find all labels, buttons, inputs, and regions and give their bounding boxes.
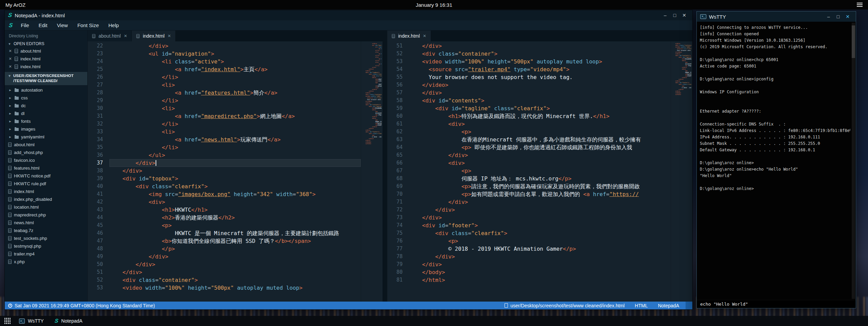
- minimap[interactable]: </div> <div class="container"> <video wi…: [671, 41, 692, 302]
- line-number: 36: [88, 151, 103, 159]
- tree-item-folder[interactable]: ▸dl: [5, 110, 87, 117]
- close-icon[interactable]: ✕: [167, 34, 171, 38]
- code-line: <img src="images/box.png" height="342" w…: [109, 190, 361, 198]
- terminal-line: (c) 2019 Microsoft Corporation. All righ…: [700, 44, 850, 50]
- file-icon: [15, 57, 18, 61]
- file-icon: [8, 228, 12, 233]
- code-line: <div id="footer">: [409, 222, 671, 229]
- menu-file[interactable]: File: [16, 22, 34, 28]
- entry-name: location.html: [14, 205, 39, 210]
- tree-item-folder[interactable]: ▸css: [5, 94, 87, 102]
- tree-item-file[interactable]: index.html: [5, 188, 87, 195]
- tree-item-file[interactable]: favicon.ico: [5, 156, 87, 164]
- file-icon: [8, 189, 12, 194]
- tree-item-file[interactable]: HKWTC notice.pdf: [5, 172, 87, 180]
- tree-item-folder[interactable]: ▸images: [5, 125, 87, 133]
- close-icon[interactable]: ✕: [423, 34, 426, 38]
- tree-item-folder[interactable]: ▸autostation: [5, 86, 87, 94]
- code-line: </div>: [409, 253, 671, 261]
- terminal-line: IPv4 Address. . . . . . . . . . . : 192.…: [700, 134, 850, 140]
- close-button[interactable]: ✕: [843, 14, 852, 19]
- close-button[interactable]: ✕: [679, 13, 689, 18]
- tree-item-file[interactable]: add_vhost.php: [5, 149, 87, 156]
- minimap[interactable]: </div> <ul id="navigation"> <li class="a…: [361, 41, 383, 302]
- menu-font-size[interactable]: Font Size: [73, 22, 104, 28]
- menu-help[interactable]: Help: [104, 22, 124, 28]
- line-number: 76: [387, 237, 403, 245]
- code-line: <a href="mapredirect.php">網上地圖</a>: [109, 112, 361, 120]
- tree-item-file[interactable]: location.html: [5, 203, 87, 211]
- tree-item-file[interactable]: features.html: [5, 164, 87, 172]
- open-editor-item[interactable]: ✕about.html: [5, 47, 87, 55]
- tree-root-header[interactable]: ▾ USER:/DESKTOP/SCREENSHOT /TEST/WWW CLE…: [5, 72, 87, 85]
- taskbar-item-wstty[interactable]: >_WsTTY: [14, 316, 49, 326]
- terminal-scrollbar[interactable]: [852, 23, 855, 299]
- tree-item-file[interactable]: about.html: [5, 141, 87, 149]
- menu-edit[interactable]: Edit: [34, 22, 52, 28]
- code-editor[interactable]: </div> <ul id="navigation"> <li class="a…: [107, 41, 361, 302]
- code-line: </div>: [409, 214, 671, 222]
- line-number-gutter: 2223242526272829303132333435363738394041…: [88, 41, 107, 302]
- code-editor[interactable]: </div> <div class="container"> <video wi…: [407, 41, 671, 302]
- close-icon[interactable]: ✕: [124, 34, 127, 38]
- terminal-line: "Hello World": [700, 173, 850, 179]
- maximize-button[interactable]: □: [833, 14, 843, 19]
- open-editor-item[interactable]: ✕index.html: [5, 55, 87, 63]
- open-editors-header[interactable]: ▾ OPEN EDITORS: [5, 41, 87, 47]
- tree-item-file[interactable]: testmysql.php: [5, 242, 87, 250]
- resize-grip[interactable]: [686, 302, 692, 309]
- terminal-line: [700, 50, 850, 57]
- minimize-button[interactable]: –: [824, 14, 833, 19]
- line-number: 70: [387, 190, 403, 198]
- system-topbar: My ArOZ January 9 16:31: [0, 0, 868, 9]
- editor-group-divider[interactable]: [383, 31, 387, 302]
- entry-name: dc: [21, 103, 26, 108]
- terminal-line: Connection-specific DNS Suffix . :: [700, 121, 850, 128]
- notepada-titlebar[interactable]: S NotepadA - index.html – □ ✕: [5, 10, 692, 20]
- tree-item-folder[interactable]: ▸fonts: [5, 117, 87, 125]
- terminal-line: D:\golang\aroz online>: [700, 160, 850, 166]
- tree-item-file[interactable]: news.html: [5, 219, 87, 227]
- close-icon[interactable]: ✕: [8, 57, 12, 61]
- code-line: <source src="trailer.mp4" type="video/mp…: [409, 65, 671, 73]
- tree-item-file[interactable]: HKWTC rule.pdf: [5, 180, 87, 188]
- tab-index.html[interactable]: index.html✕: [132, 31, 176, 41]
- tree-item-file[interactable]: x.php: [5, 258, 87, 266]
- open-editor-item[interactable]: ✕index.html: [5, 63, 87, 71]
- tree-item-file[interactable]: index.php_disabled: [5, 195, 87, 203]
- terminal-input[interactable]: echo "Hello World": [697, 300, 856, 308]
- line-number: 65: [387, 151, 403, 159]
- start-button[interactable]: [1, 316, 14, 326]
- hamburger-menu-icon[interactable]: [857, 3, 863, 7]
- line-number: 40: [88, 183, 103, 190]
- line-number: 68: [387, 175, 403, 183]
- tree-item-file[interactable]: trailer.mp4: [5, 250, 87, 258]
- close-icon[interactable]: ✕: [8, 64, 12, 69]
- scrollbar-thumb[interactable]: [852, 25, 855, 58]
- code-line: <p>請注意，我們的伺服器為確保玩家及遊玩時的質素，我們對的服務開啟: [409, 183, 671, 190]
- tree-item-folder[interactable]: ▸dc: [5, 102, 87, 110]
- chevron-down-icon: ▾: [7, 42, 12, 46]
- code-line: </li>: [109, 120, 361, 128]
- taskbar-item-notepada[interactable]: SNotepadA: [49, 316, 88, 326]
- tab-about.html[interactable]: about.html✕: [88, 31, 132, 41]
- tree-item-file[interactable]: teabag.7z: [5, 227, 87, 234]
- notepada-logo-icon: S: [8, 22, 13, 29]
- minimize-button[interactable]: –: [660, 13, 670, 18]
- tree-item-file[interactable]: mapredirect.php: [5, 211, 87, 219]
- terminal-output[interactable]: [info] Connecting to arozos WsTTY servic…: [697, 22, 856, 300]
- maximize-button[interactable]: □: [670, 13, 679, 18]
- tree-item-folder[interactable]: ▸yamlyamlml: [5, 133, 87, 141]
- line-number: 44: [88, 214, 103, 222]
- wstty-titlebar[interactable]: >_ WsTTY – □ ✕: [697, 12, 856, 22]
- code-line: <li class="active">: [109, 58, 361, 65]
- code-line: <video width="100%" height="500px" autop…: [409, 58, 671, 65]
- code-line: </div>: [109, 167, 361, 175]
- line-number: 66: [387, 159, 403, 167]
- tree-item-file[interactable]: test_sockets.php: [5, 234, 87, 242]
- terminal-line: Ethernet adapter ?A?????:: [700, 108, 850, 115]
- close-icon[interactable]: ✕: [8, 49, 12, 53]
- menu-view[interactable]: View: [52, 22, 72, 28]
- tab-index.html[interactable]: index.html✕: [387, 31, 431, 41]
- taskbar-items: >_WsTTYSNotepadA: [14, 316, 88, 326]
